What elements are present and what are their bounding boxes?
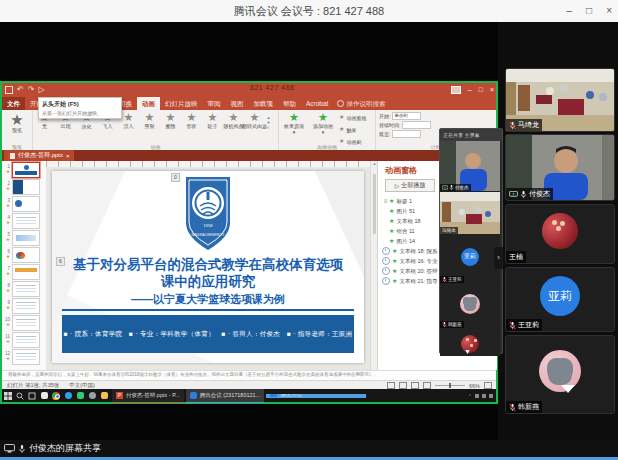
taskbar-window-meeting-2[interactable]: 腾讯会议 — [266, 394, 366, 398]
anim-effect-wipe[interactable]: ★擦除 — [160, 112, 181, 138]
slide-1-editing-area[interactable]: 0 6 1958 NINGXIA UNIVERSITY — [52, 171, 364, 363]
tray-icon[interactable] — [475, 394, 479, 398]
participant-tile-hanxinyan[interactable]: 韩新燕 — [505, 335, 615, 414]
photo-avatar — [542, 213, 578, 249]
maximize-icon[interactable]: □ — [586, 0, 592, 22]
scroll-down-icon[interactable]: ▼ — [464, 348, 471, 355]
task-view-icon[interactable] — [26, 389, 38, 402]
anim-effect-wheel[interactable]: ★轮子 — [202, 112, 223, 138]
tab-slideshow[interactable]: 幻灯片放映 — [160, 97, 203, 110]
slide-thumb-8[interactable]: 8★ — [2, 280, 46, 297]
participant-tile-fujunjie[interactable]: 付俊杰 — [505, 134, 615, 201]
slide-thumb-6[interactable]: 6★ — [2, 246, 46, 263]
wechat-app-icon[interactable] — [74, 389, 86, 402]
preview-button[interactable]: ★ 预览 — [2, 110, 32, 133]
tab-animations[interactable]: 动画 — [137, 97, 160, 110]
slideshow-view-icon[interactable] — [423, 382, 431, 389]
anim-effect-zoom[interactable]: ★翻转式由远 — [244, 112, 265, 138]
meeting-floating-panel[interactable]: 正在共享 主屏幕 付俊杰 — [439, 128, 503, 354]
overlay-video-maqilong[interactable]: 马绮龙 — [440, 192, 500, 235]
tab-view[interactable]: 视图 — [226, 97, 249, 110]
reading-view-icon[interactable] — [411, 382, 419, 389]
slide-info-bar[interactable]: ■ · 院系：体育学院 ■ · 专业：学科教学（体育） ■ · 答辩人：付俊杰 … — [62, 315, 354, 353]
undo-icon[interactable]: ↶ — [17, 85, 24, 94]
tab-file[interactable]: 文件 — [2, 97, 25, 110]
redo-icon[interactable]: ↷ — [28, 85, 35, 94]
taskbar-search-icon[interactable] — [14, 389, 26, 402]
slide-thumb-1[interactable]: 1★ — [2, 161, 46, 178]
zoom-level[interactable]: 66% — [469, 383, 480, 389]
slide-title-line1[interactable]: 基于对分易平台的混合式教学在高校体育选项 — [52, 257, 364, 273]
tab-addins[interactable]: 加载项 — [249, 97, 279, 110]
save-icon[interactable] — [5, 86, 13, 94]
settings-app-icon[interactable] — [86, 389, 98, 402]
overlay-avatar-wangyali[interactable]: 亚莉 王亚莉 — [440, 235, 500, 284]
taskbar-window-powerpoint[interactable]: P 付俊杰-答辩.pptx - P... — [112, 389, 184, 403]
slide-thumb-10[interactable]: 10★ — [2, 314, 46, 331]
close-icon[interactable]: × — [606, 0, 612, 22]
anim-effect-shape[interactable]: ★形状 — [181, 112, 202, 138]
anim-effect-randombars[interactable]: ★随机线条 — [223, 112, 244, 138]
participant-tile-maqilong[interactable]: 马绮龙 — [505, 68, 615, 132]
avatar-initials: 亚莉 — [461, 248, 479, 266]
timing-start[interactable]: 开始: 单击时 — [379, 112, 493, 120]
slide-thumb-3[interactable]: 3★ — [2, 195, 46, 212]
minimize-icon[interactable]: – — [567, 0, 573, 22]
explorer-app-icon[interactable] — [98, 389, 110, 402]
slide-thumb-4[interactable]: 4★ — [2, 212, 46, 229]
tray-icon[interactable] — [489, 394, 493, 398]
overlay-video-fujunjie[interactable]: 付俊杰 — [440, 141, 500, 192]
tab-help[interactable]: 帮助 — [278, 97, 301, 110]
language-indicator[interactable]: 中文(中国) — [69, 382, 95, 389]
slide-subtitle[interactable]: ——以宁夏大学篮球选项课为例 — [52, 292, 364, 307]
edge-app-icon[interactable] — [62, 389, 74, 402]
normal-view-icon[interactable] — [387, 382, 395, 389]
slide-thumb-2[interactable]: 2★ — [2, 178, 46, 195]
slide-sorter-icon[interactable] — [399, 382, 407, 389]
divider-rule — [62, 309, 354, 311]
floating-panel-header[interactable]: 正在共享 主屏幕 — [440, 129, 502, 141]
slide-thumb-5[interactable]: 5★ — [2, 229, 46, 246]
slide-thumb-7[interactable]: 7★ — [2, 263, 46, 280]
mail-app-icon[interactable] — [38, 389, 50, 402]
tray-expand-icon[interactable]: ⌃ — [468, 393, 472, 399]
participant-tile-wangyali[interactable]: 亚莉 王亚莉 — [505, 267, 615, 332]
slide-thumb-11[interactable]: 11★ — [2, 331, 46, 348]
start-dropdown[interactable]: 单击时 — [392, 112, 421, 120]
doc-tab-close-icon[interactable]: × — [66, 153, 70, 159]
panel-expand-handle[interactable]: › — [494, 247, 503, 269]
system-tray[interactable]: ⌃ — [468, 393, 493, 399]
fit-slide-icon[interactable] — [484, 382, 492, 389]
delay-input[interactable] — [392, 130, 421, 138]
slide-thumb-12[interactable]: 12★ — [2, 348, 46, 365]
document-tab[interactable]: 付俊杰-答辩.pptx × — [4, 150, 74, 161]
ppt-close-icon[interactable]: × — [490, 86, 494, 93]
share-status-bar: 付俊杰的屏幕共享 — [0, 440, 618, 457]
overlay-avatar-wangnan[interactable]: ▼ — [440, 329, 500, 356]
animation-pane-button[interactable]: ★动画窗格 — [339, 112, 366, 123]
start-button[interactable] — [2, 389, 14, 402]
participant-tile-wangnan[interactable]: 王楠 — [505, 204, 615, 264]
gallery-scrollbar[interactable]: ▲▼≡ — [265, 112, 272, 138]
scroll-down-button[interactable] — [561, 393, 575, 411]
duration-input[interactable] — [402, 121, 431, 129]
tray-icon[interactable] — [482, 394, 486, 398]
slide-thumbnail-panel[interactable]: 1★ 2★ 3★ 4★ 5★ 6★ 7★ 8★ 9★ 10★ 11★ 12★ — [2, 161, 47, 370]
overlay-avatar-hanxinyan[interactable]: 韩新燕 — [440, 284, 500, 329]
animation-order-badge[interactable]: 0 — [171, 173, 180, 182]
play-all-button[interactable]: ▷ 全部播放 — [385, 179, 435, 192]
slide-title-line2[interactable]: 课中的应用研究 — [52, 274, 364, 290]
ppt-minimize-icon[interactable]: – — [468, 86, 472, 93]
taskbar-window-meeting[interactable]: 腾讯会议 (2317180121... — [186, 389, 265, 403]
preview-star-icon: ★ — [10, 112, 23, 127]
tab-review[interactable]: 审阅 — [203, 97, 226, 110]
slide-thumb-9[interactable]: 9★ — [2, 297, 46, 314]
trigger-button[interactable]: ★触发 — [339, 124, 366, 135]
tell-me-search[interactable]: 操作说明搜索 — [333, 97, 389, 110]
anim-effect-split[interactable]: ★劈裂 — [139, 112, 160, 138]
slideshow-icon[interactable]: ▷ — [38, 85, 44, 94]
zoom-slider[interactable] — [435, 385, 465, 386]
ppt-maximize-icon[interactable]: □ — [479, 86, 483, 93]
chrome-app-icon[interactable] — [50, 389, 62, 402]
tab-acrobat[interactable]: Acrobat — [301, 97, 333, 110]
